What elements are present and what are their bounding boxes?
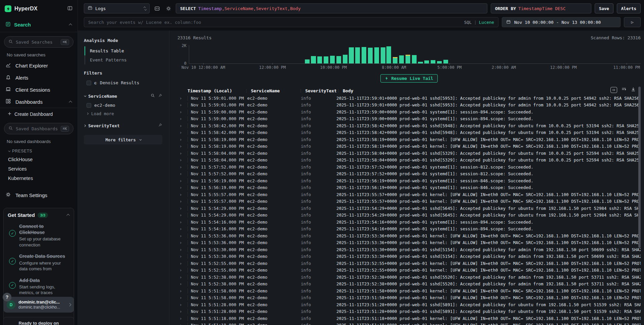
sidebar-item-chart-explorer[interactable]: Chart Explorer <box>0 59 77 72</box>
help-button[interactable]: ? <box>3 293 11 301</box>
preset-services[interactable]: Services <box>0 164 77 174</box>
histogram-bar[interactable] <box>330 56 335 63</box>
table-row[interactable]: ›Nov 11 5:55:57.000 PMec2-demoinfo2025-1… <box>177 198 641 205</box>
chevron-up-icon[interactable] <box>69 24 72 27</box>
histogram-bar[interactable] <box>355 47 360 63</box>
row-expand-chevron[interactable]: › <box>177 275 187 280</box>
table-row[interactable]: ›Nov 11 5:53:36.000 PMec2-demoinfo2025-1… <box>177 239 641 246</box>
histogram-bar[interactable] <box>424 60 429 63</box>
table-row[interactable]: ›Nov 11 5:52:55.000 PMec2-demoinfo2025-1… <box>177 260 641 267</box>
row-expand-chevron[interactable]: › <box>177 302 187 307</box>
table-row[interactable]: ›Nov 11 5:51:18.000 PMec2-demoinfo2025-1… <box>177 322 641 325</box>
table-row[interactable]: ›Nov 11 5:54:29.000 PMec2-demoinfo2025-1… <box>177 212 641 219</box>
table-row[interactable]: ›Nov 11 5:51:18.000 PMec2-demoinfo2025-1… <box>177 315 641 322</box>
histogram-bar[interactable] <box>393 57 397 63</box>
filter-group-servicename[interactable]: ServiceName <box>84 93 162 99</box>
table-row[interactable]: ›Nov 11 5:52:38.000 PMec2-demoinfo2025-1… <box>177 274 641 281</box>
table-row[interactable]: ›Nov 11 5:59:00.000 PMec2-demoinfo2025-1… <box>177 108 641 115</box>
source-select[interactable]: Logs <box>84 3 150 13</box>
column-header-servicename[interactable]: ⋮ServiceName <box>245 88 299 93</box>
histogram-bar[interactable] <box>443 60 448 63</box>
wrap-lines-icon[interactable] <box>621 87 627 93</box>
table-row[interactable]: ›Nov 11 5:53:30.000 PMec2-demoinfo2025-1… <box>177 246 641 253</box>
row-expand-chevron[interactable]: › <box>177 151 187 156</box>
sidebar-item-team-settings[interactable]: Team Settings <box>0 189 77 201</box>
table-row[interactable]: ›Nov 11 5:51:28.000 PMec2-demoinfo2025-1… <box>177 301 641 308</box>
mode-results-table[interactable]: Results Table <box>85 46 162 55</box>
histogram-bar[interactable] <box>381 47 385 63</box>
table-row[interactable]: ›Nov 11 5:53:30.000 PMec2-demoinfo2025-1… <box>177 253 641 260</box>
row-expand-chevron[interactable]: › <box>177 144 187 149</box>
table-row[interactable]: ›Nov 11 5:51:28.000 PMec2-demoinfo2025-1… <box>177 308 641 315</box>
save-button[interactable]: Save <box>595 3 613 13</box>
table-row[interactable]: ›Nov 11 5:51:58.000 PMec2-demoinfo2025-1… <box>177 287 641 294</box>
vertical-scrollbar[interactable] <box>638 87 641 248</box>
sidebar-collapse-icon[interactable] <box>67 5 73 12</box>
table-row[interactable]: ›Nov 11 5:52:55.000 PMec2-demoinfo2025-1… <box>177 267 641 274</box>
row-expand-chevron[interactable]: › <box>177 281 187 286</box>
ec2-demo-checkbox[interactable] <box>87 103 91 108</box>
histogram-bar[interactable] <box>317 56 322 63</box>
row-expand-chevron[interactable]: › <box>177 288 187 293</box>
histogram-bar[interactable] <box>311 56 316 63</box>
order-by-input[interactable]: ORDER BY TimestampTime DESC <box>491 3 591 13</box>
saved-searches-input[interactable]: Saved Searches ⌘K <box>4 36 73 48</box>
row-expand-chevron[interactable]: › <box>177 199 187 204</box>
row-expand-chevron[interactable]: › <box>177 165 187 170</box>
histogram-bar[interactable] <box>305 59 310 63</box>
edit-source-code-button[interactable] <box>153 4 161 12</box>
column-config-icon[interactable] <box>610 87 617 93</box>
histogram-bar[interactable] <box>437 61 442 63</box>
mode-event-patterns[interactable]: Event Patterns <box>85 55 162 64</box>
histogram-bar[interactable] <box>406 55 410 64</box>
alerts-button[interactable]: Alerts <box>617 3 641 13</box>
table-row[interactable]: ›Nov 11 5:58:19.000 PMec2-demoinfo2025-1… <box>177 143 641 150</box>
row-expand-chevron[interactable]: › <box>177 226 187 231</box>
row-expand-chevron[interactable]: › <box>177 261 187 266</box>
source-settings-gear-button[interactable] <box>164 4 172 12</box>
row-expand-chevron[interactable]: › <box>177 213 187 218</box>
filter-group-severitytext[interactable]: SeverityText <box>84 123 162 128</box>
row-expand-chevron[interactable]: › <box>177 130 187 135</box>
row-expand-chevron[interactable]: › <box>177 268 187 273</box>
table-row[interactable]: ›Nov 11 5:59:01.000 PMec2-demoinfo2025-1… <box>177 95 641 102</box>
sidebar-item-alerts[interactable]: Alerts <box>0 72 77 84</box>
row-expand-chevron[interactable]: › <box>177 240 187 245</box>
load-more-button[interactable]: Load more <box>84 109 162 116</box>
row-expand-chevron[interactable]: › <box>177 233 187 238</box>
sidebar-item-client-sessions[interactable]: Client Sessions <box>0 84 77 96</box>
histogram-bar[interactable] <box>324 56 328 63</box>
column-separator[interactable]: ⋮ <box>245 89 248 93</box>
row-expand-chevron[interactable]: › <box>177 254 187 259</box>
row-expand-chevron[interactable]: › <box>177 309 187 314</box>
user-menu[interactable]: D dominic.tran@clic... dominic.tran@clic… <box>3 297 74 313</box>
filter-search-icon[interactable] <box>151 93 155 99</box>
event-search-input[interactable] <box>88 20 461 25</box>
table-row[interactable]: ›Nov 11 5:57:52.000 PMec2-demoinfo2025-1… <box>177 171 641 178</box>
table-row[interactable]: ›Nov 11 5:54:29.000 PMec2-demoinfo2025-1… <box>177 205 641 212</box>
row-expand-chevron[interactable]: › <box>177 137 187 142</box>
histogram-bar[interactable] <box>336 56 341 63</box>
table-row[interactable]: ›Nov 11 5:56:19.000 PMec2-demoinfo2025-1… <box>177 184 641 191</box>
row-expand-chevron[interactable]: › <box>177 247 187 252</box>
table-row[interactable]: ›Nov 11 5:59:01.000 PMec2-demoinfo2025-1… <box>177 102 641 109</box>
select-columns-input[interactable]: SELECT Timestamp,ServiceName,SeverityTex… <box>176 3 487 13</box>
lucene-toggle[interactable]: Lucene <box>479 20 494 25</box>
events-histogram[interactable]: 2K 0 <box>177 45 641 64</box>
table-row[interactable]: ›Nov 11 5:57:52.000 PMec2-demoinfo2025-1… <box>177 164 641 171</box>
row-expand-chevron[interactable]: › <box>177 171 187 176</box>
table-row[interactable]: ›Nov 11 5:54:16.000 PMec2-demoinfo2025-1… <box>177 219 641 226</box>
histogram-bar[interactable] <box>362 47 366 63</box>
download-icon[interactable] <box>631 87 636 93</box>
histogram-bar[interactable] <box>418 62 423 63</box>
histogram-bar[interactable] <box>399 55 404 63</box>
table-row[interactable]: ›Nov 11 5:58:04.000 PMec2-demoinfo2025-1… <box>177 157 641 164</box>
more-filters-button[interactable]: More filters <box>84 135 162 144</box>
table-row[interactable]: ›Nov 11 5:56:19.000 PMec2-demoinfo2025-1… <box>177 177 641 184</box>
row-expand-chevron[interactable]: › <box>177 96 187 101</box>
denoise-checkbox[interactable] <box>87 81 91 85</box>
row-expand-chevron[interactable]: › <box>177 206 187 211</box>
table-row[interactable]: ›Nov 11 5:58:19.000 PMec2-demoinfo2025-1… <box>177 136 641 143</box>
preset-kubernetes[interactable]: Kubernetes <box>0 174 77 183</box>
row-expand-chevron[interactable]: › <box>177 192 187 197</box>
